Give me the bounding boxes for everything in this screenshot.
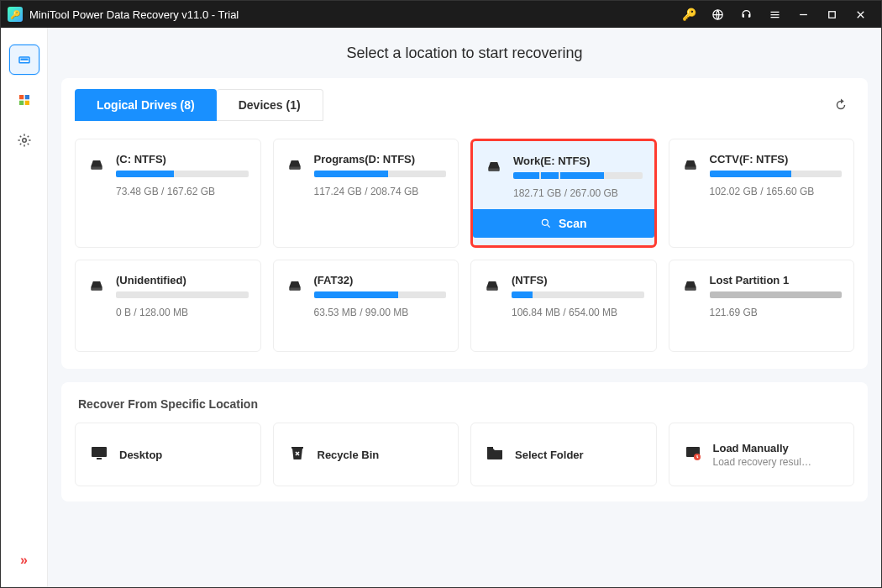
drive-name: Work(E: NTFS) bbox=[513, 155, 643, 167]
drive-size: 0 B / 128.00 MB bbox=[116, 307, 249, 318]
drive-card[interactable]: (Unidentified)0 B / 128.00 MB bbox=[75, 260, 261, 352]
drive-card[interactable]: Programs(D: NTFS)117.24 GB / 208.74 GB bbox=[273, 139, 459, 248]
location-card[interactable]: Recycle Bin bbox=[273, 423, 459, 486]
svg-rect-7 bbox=[19, 101, 24, 105]
tab-logical-drives[interactable]: Logical Drives (8) bbox=[75, 89, 217, 121]
location-icon bbox=[287, 443, 307, 466]
drive-icon bbox=[681, 156, 700, 176]
menu-icon[interactable] bbox=[760, 1, 789, 28]
drive-name: CCTV(F: NTFS) bbox=[710, 153, 843, 165]
drive-size: 73.48 GB / 167.62 GB bbox=[116, 186, 249, 197]
drive-size: 102.02 GB / 165.60 GB bbox=[710, 186, 843, 197]
drive-name: (Unidentified) bbox=[116, 274, 249, 286]
sidebar-settings-icon[interactable] bbox=[9, 125, 39, 155]
location-icon bbox=[485, 443, 505, 466]
app-window: 🔑 MiniTool Power Data Recovery v11.0 - T… bbox=[0, 0, 882, 588]
close-button[interactable] bbox=[846, 1, 874, 28]
tab-devices[interactable]: Devices (1) bbox=[217, 89, 323, 121]
svg-rect-21 bbox=[291, 447, 303, 449]
drive-card[interactable]: Lost Partition 1121.69 GB bbox=[669, 260, 855, 352]
location-card[interactable]: Select Folder bbox=[470, 423, 657, 486]
svg-rect-11 bbox=[290, 167, 300, 170]
svg-rect-12 bbox=[489, 169, 499, 171]
location-label: Select Folder bbox=[515, 449, 584, 461]
sidebar-apps-icon[interactable] bbox=[9, 85, 39, 115]
app-logo-icon: 🔑 bbox=[8, 7, 23, 22]
location-sublabel: Load recovery result (*... bbox=[713, 456, 814, 468]
sidebar: » bbox=[1, 28, 48, 587]
upgrade-key-icon[interactable]: 🔑 bbox=[675, 1, 703, 28]
minimize-button[interactable] bbox=[789, 1, 817, 28]
svg-rect-20 bbox=[97, 458, 102, 459]
location-icon bbox=[683, 443, 703, 466]
drive-name: (FAT32) bbox=[314, 274, 447, 286]
drive-icon bbox=[286, 156, 304, 176]
drive-icon bbox=[681, 277, 700, 297]
svg-rect-1 bbox=[800, 13, 807, 14]
svg-rect-19 bbox=[92, 447, 107, 457]
drive-card[interactable]: (NTFS)106.84 MB / 654.00 MB bbox=[470, 260, 657, 352]
globe-icon[interactable] bbox=[703, 1, 732, 28]
drive-icon bbox=[485, 158, 503, 178]
drive-name: Programs(D: NTFS) bbox=[314, 153, 447, 165]
drive-size: 182.71 GB / 267.00 GB bbox=[513, 187, 643, 199]
svg-rect-4 bbox=[20, 59, 28, 60]
drives-panel: Logical Drives (8) Devices (1) (C: NTFS)… bbox=[61, 78, 868, 369]
drive-icon bbox=[87, 277, 106, 297]
svg-rect-8 bbox=[24, 101, 29, 105]
drive-size: 63.53 MB / 99.00 MB bbox=[314, 307, 447, 318]
location-card[interactable]: Desktop bbox=[75, 423, 261, 486]
scan-button[interactable]: Scan bbox=[473, 209, 654, 238]
drive-name: Lost Partition 1 bbox=[710, 274, 843, 286]
drive-card[interactable]: CCTV(F: NTFS)102.02 GB / 165.60 GB bbox=[669, 139, 855, 248]
location-card[interactable]: Load ManuallyLoad recovery result (*... bbox=[669, 423, 855, 486]
drive-card[interactable]: (C: NTFS)73.48 GB / 167.62 GB bbox=[75, 139, 261, 248]
svg-rect-16 bbox=[290, 288, 300, 291]
titlebar: 🔑 MiniTool Power Data Recovery v11.0 - T… bbox=[1, 1, 881, 28]
svg-rect-5 bbox=[19, 95, 24, 99]
location-label: Load Manually bbox=[713, 442, 814, 454]
svg-rect-18 bbox=[685, 288, 696, 291]
drive-card[interactable]: (FAT32)63.53 MB / 99.00 MB bbox=[273, 260, 459, 352]
drive-size: 121.69 GB bbox=[710, 307, 843, 318]
drive-icon bbox=[286, 277, 304, 297]
page-title: Select a location to start recovering bbox=[346, 45, 582, 62]
location-label: Recycle Bin bbox=[318, 449, 380, 461]
drive-name: (NTFS) bbox=[512, 274, 644, 286]
sidebar-recovery-icon[interactable] bbox=[9, 45, 39, 75]
svg-rect-2 bbox=[828, 11, 835, 18]
sidebar-expand-icon[interactable]: » bbox=[9, 545, 39, 575]
svg-rect-15 bbox=[92, 288, 102, 291]
drive-icon bbox=[483, 277, 501, 297]
maximize-button[interactable] bbox=[817, 1, 846, 28]
svg-rect-17 bbox=[487, 288, 497, 291]
svg-point-13 bbox=[542, 219, 548, 225]
location-grid: DesktopRecycle BinSelect FolderLoad Manu… bbox=[75, 423, 854, 486]
section-title: Recover From Specific Location bbox=[78, 397, 851, 411]
drive-name: (C: NTFS) bbox=[116, 153, 249, 165]
page-header: Select a location to start recovering bbox=[48, 28, 881, 78]
support-headset-icon[interactable] bbox=[732, 1, 760, 28]
svg-rect-14 bbox=[685, 167, 696, 170]
svg-rect-10 bbox=[92, 167, 102, 170]
window-title: MiniTool Power Data Recovery v11.0 - Tri… bbox=[29, 8, 239, 21]
location-icon bbox=[89, 443, 109, 466]
refresh-button[interactable] bbox=[827, 92, 854, 118]
svg-rect-6 bbox=[24, 95, 29, 99]
location-label: Desktop bbox=[119, 449, 162, 461]
drive-icon bbox=[87, 156, 106, 176]
drive-card[interactable]: Work(E: NTFS)182.71 GB / 267.00 GBScan bbox=[470, 139, 657, 248]
specific-location-panel: Recover From Specific Location DesktopRe… bbox=[61, 382, 868, 501]
svg-rect-22 bbox=[487, 447, 493, 449]
drive-grid: (C: NTFS)73.48 GB / 167.62 GBPrograms(D:… bbox=[75, 139, 854, 352]
drive-size: 117.24 GB / 208.74 GB bbox=[314, 186, 447, 197]
drive-size: 106.84 MB / 654.00 MB bbox=[512, 307, 644, 318]
svg-point-9 bbox=[22, 139, 26, 143]
